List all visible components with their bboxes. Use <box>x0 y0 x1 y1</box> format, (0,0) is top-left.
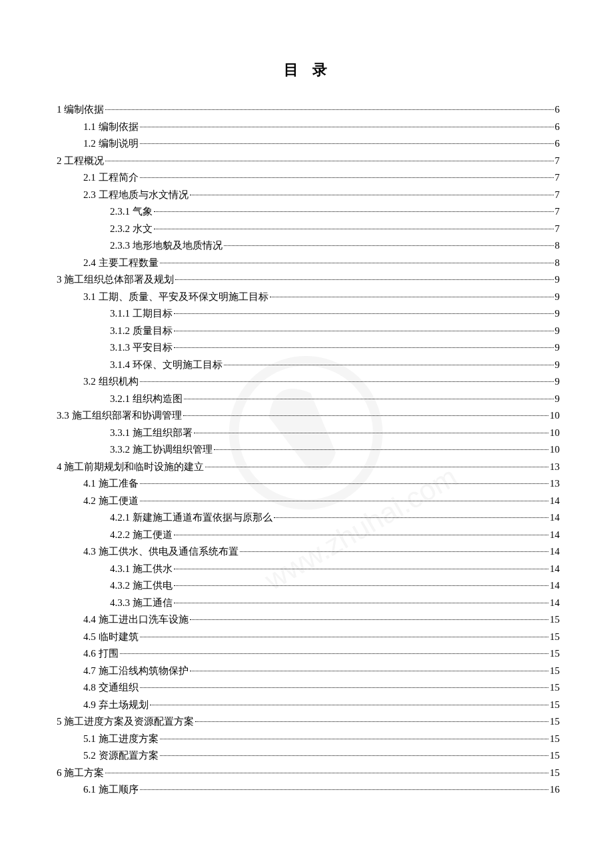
toc-entry-text: 3.3.1 施工组织部署 <box>110 425 193 442</box>
toc-leader-dots <box>184 399 554 399</box>
toc-entry-page: 15 <box>550 747 560 765</box>
toc-entry-text: 2 工程概况 <box>57 153 104 170</box>
toc-leader-dots <box>183 415 549 416</box>
toc-entry-page: 9 <box>555 323 560 340</box>
toc-title: 目 录 <box>57 60 560 80</box>
toc-leader-dots <box>175 279 553 280</box>
toc-entry-page: 15 <box>550 611 560 629</box>
toc-entry: 4.6 打围15 <box>57 645 560 663</box>
toc-entry: 4.3.2 施工供电14 <box>57 577 560 595</box>
toc-entry: 1.2 编制说明6 <box>57 135 560 153</box>
toc-entry-page: 15 <box>550 645 560 663</box>
toc-leader-dots <box>174 585 548 586</box>
toc-entry-page: 14 <box>550 577 560 595</box>
toc-entry-text: 4 施工前期规划和临时设施的建立 <box>57 459 204 476</box>
toc-leader-dots <box>190 195 554 195</box>
toc-entry-text: 3.3.2 施工协调组织管理 <box>110 441 213 459</box>
toc-leader-dots <box>174 313 554 314</box>
toc-entry: 4.2 施工便道14 <box>57 493 560 510</box>
toc-leader-dots <box>154 211 554 212</box>
toc-entry-text: 4.3.2 施工供电 <box>110 577 173 595</box>
toc-entry-text: 3.1.2 质量目标 <box>110 323 173 340</box>
toc-entry-page: 10 <box>550 425 560 442</box>
toc-entry: 4.3.1 施工供水14 <box>57 561 560 578</box>
toc-entry: 6.1 施工顺序16 <box>57 781 560 799</box>
toc-entry-text: 3.1.1 工期目标 <box>110 305 173 323</box>
toc-entry-text: 4.4 施工进出口洗车设施 <box>83 611 189 629</box>
toc-leader-dots <box>205 467 548 467</box>
toc-leader-dots <box>174 603 548 603</box>
toc-entry: 4.7 施工沿线构筑物保护15 <box>57 663 560 680</box>
toc-entry-page: 15 <box>550 679 560 697</box>
toc-entry-text: 6.1 施工顺序 <box>83 781 139 799</box>
toc-entry: 3.2 组织机构9 <box>57 373 560 391</box>
toc-entry-page: 15 <box>550 697 560 714</box>
toc-leader-dots <box>140 177 554 178</box>
toc-entry-page: 6 <box>555 101 560 119</box>
toc-entry-page: 13 <box>550 459 560 476</box>
toc-leader-dots <box>224 365 554 365</box>
toc-leader-dots <box>140 127 554 127</box>
toc-leader-dots <box>140 687 549 688</box>
toc-leader-dots <box>154 229 554 229</box>
toc-entry-page: 14 <box>550 543 560 561</box>
toc-leader-dots <box>140 789 549 790</box>
toc-entry-text: 3.1.4 环保、文明施工目标 <box>110 357 223 374</box>
toc-leader-dots <box>190 619 549 620</box>
toc-leader-dots <box>274 517 548 518</box>
toc-entry: 6 施工方案15 <box>57 765 560 782</box>
toc-entry-text: 2.3 工程地质与水文情况 <box>83 187 189 204</box>
toc-leader-dots <box>140 501 549 501</box>
toc-entry-text: 4.3.1 施工供水 <box>110 561 173 578</box>
toc-entry: 3.1.1 工期目标9 <box>57 305 560 323</box>
toc-entry: 5.2 资源配置方案15 <box>57 747 560 765</box>
toc-entry: 3.3.1 施工组织部署10 <box>57 425 560 442</box>
toc-entry-text: 5.2 资源配置方案 <box>83 747 159 765</box>
toc-entry-page: 7 <box>555 153 560 170</box>
toc-entry-page: 15 <box>550 731 560 748</box>
toc-entry-text: 4.1 施工准备 <box>83 475 139 493</box>
toc-leader-dots <box>140 483 549 484</box>
toc-leader-dots <box>120 653 549 654</box>
toc-entry: 5 施工进度方案及资源配置方案15 <box>57 713 560 731</box>
toc-entry-text: 4.5 临时建筑 <box>83 629 139 646</box>
toc-leader-dots <box>140 637 549 637</box>
toc-entry: 3 施工组织总体部署及规划9 <box>57 271 560 289</box>
toc-entry-text: 3.2 组织机构 <box>83 373 139 391</box>
toc-entry-page: 7 <box>555 203 560 221</box>
toc-entry-page: 7 <box>555 187 560 204</box>
toc-entry: 4.4 施工进出口洗车设施15 <box>57 611 560 629</box>
toc-entry-text: 2.3.3 地形地貌及地质情况 <box>110 237 223 255</box>
toc-entry: 1.1 编制依据6 <box>57 119 560 136</box>
toc-entry-page: 7 <box>555 221 560 238</box>
toc-list: 1 编制依据61.1 编制依据61.2 编制说明62 工程概况72.1 工程简介… <box>57 101 560 799</box>
toc-entry: 3.1.4 环保、文明施工目标9 <box>57 357 560 374</box>
toc-entry-page: 16 <box>550 781 560 799</box>
toc-entry-text: 3.2.1 组织构造图 <box>110 391 183 408</box>
toc-entry: 3.3.2 施工协调组织管理10 <box>57 441 560 459</box>
toc-leader-dots <box>270 297 554 297</box>
toc-entry-page: 9 <box>555 271 560 289</box>
toc-entry-text: 2.3.2 水文 <box>110 221 153 238</box>
toc-entry-text: 3.1 工期、质量、平安及环保文明施工目标 <box>83 289 269 306</box>
toc-entry: 3.1.2 质量目标9 <box>57 323 560 340</box>
toc-leader-dots <box>190 671 549 671</box>
toc-entry-text: 5 施工进度方案及资源配置方案 <box>57 713 194 731</box>
toc-leader-dots <box>150 705 549 705</box>
toc-entry-page: 9 <box>555 391 560 408</box>
toc-entry-text: 4.3 施工供水、供电及通信系统布置 <box>83 543 239 561</box>
toc-leader-dots <box>174 347 554 348</box>
toc-entry: 4.9 弃土场规划15 <box>57 697 560 714</box>
toc-entry-text: 1.2 编制说明 <box>83 135 139 153</box>
toc-entry-text: 4.2.2 施工便道 <box>110 527 173 544</box>
toc-entry-page: 9 <box>555 305 560 323</box>
toc-leader-dots <box>160 263 554 263</box>
toc-leader-dots <box>174 569 548 569</box>
toc-entry-text: 4.2 施工便道 <box>83 493 139 510</box>
toc-entry-text: 3.1.3 平安目标 <box>110 339 173 357</box>
toc-entry-text: 1 编制依据 <box>57 101 104 119</box>
toc-leader-dots <box>140 143 554 144</box>
toc-entry-page: 9 <box>555 339 560 357</box>
toc-entry-text: 4.6 打围 <box>83 645 119 663</box>
toc-leader-dots <box>194 433 548 433</box>
